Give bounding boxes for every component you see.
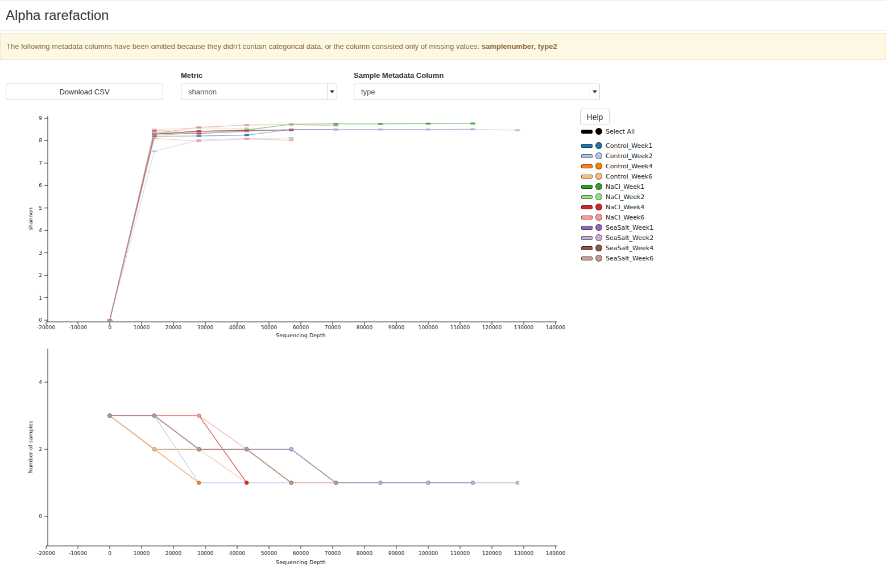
series-Control_Week1 [107, 129, 339, 321]
legend-circle-swatch [595, 224, 602, 231]
download-csv-button[interactable]: Download CSV [6, 84, 163, 100]
legend-item-Control_Week4[interactable]: Control_Week4 [581, 161, 653, 171]
legend-item-label: NaCl_Week2 [606, 193, 644, 201]
legend-item-label: SeaSalt_Week4 [606, 245, 653, 252]
legend-line-swatch [581, 154, 593, 158]
series-NaCl_Week6 [107, 138, 294, 321]
series-NaCl_Week1 [107, 122, 475, 321]
svg-text:2: 2 [39, 272, 42, 278]
legend-item-label: Control_Week4 [606, 163, 652, 170]
legend-item-label: NaCl_Week6 [606, 214, 644, 221]
legend-line-swatch [581, 185, 593, 189]
legend-item-label: NaCl_Week1 [606, 183, 644, 191]
svg-text:100000: 100000 [419, 550, 438, 556]
title-divider [0, 30, 886, 31]
alpha-diversity-chart: 0123456789-20000-10000010000200003000040… [0, 109, 574, 343]
legend-circle-swatch [595, 234, 602, 241]
sample-count-chart: 024-20000-100000100002000030000400005000… [0, 342, 574, 572]
legend-item-label: SeaSalt_Week6 [606, 255, 653, 262]
svg-text:0: 0 [108, 550, 111, 556]
legend-circle-swatch [595, 245, 602, 251]
svg-text:80000: 80000 [357, 325, 373, 330]
series-SeaSalt_Week6 [107, 123, 339, 321]
legend-item-label: Control_Week6 [606, 173, 652, 180]
svg-text:Sequencing Depth: Sequencing Depth [276, 559, 326, 565]
legend-item-label: NaCl_Week4 [606, 204, 644, 211]
legend-item-label: Control_Week2 [606, 152, 652, 160]
legend-circle-swatch [595, 193, 602, 200]
metric-select-value: shannon [181, 88, 327, 96]
svg-text:-20000: -20000 [37, 325, 55, 330]
legend-item-label: Select All [606, 128, 635, 135]
warning-banner: The following metadata columns have been… [0, 33, 886, 60]
legend-line-swatch [581, 226, 593, 230]
svg-text:60000: 60000 [293, 325, 309, 330]
legend-item-SeaSalt_Week6[interactable]: SeaSalt_Week6 [581, 253, 653, 263]
legend-line-swatch [581, 195, 593, 199]
svg-text:4: 4 [39, 379, 42, 385]
legend-item-NaCl_Week4[interactable]: NaCl_Week4 [581, 202, 653, 212]
series-Control_Week4 [107, 132, 202, 321]
metric-select[interactable]: shannon [181, 84, 337, 100]
help-button[interactable]: Help [580, 109, 610, 125]
svg-text:-10000: -10000 [69, 325, 87, 330]
series-NaCl_Week2 [107, 123, 294, 321]
svg-text:5: 5 [39, 205, 42, 211]
svg-text:70000: 70000 [325, 325, 341, 330]
svg-text:0: 0 [39, 317, 42, 323]
svg-text:110000: 110000 [450, 325, 470, 330]
legend-item-NaCl_Week6[interactable]: NaCl_Week6 [581, 212, 653, 222]
svg-text:2: 2 [39, 446, 42, 452]
series-SeaSalt_Week6 [108, 414, 338, 485]
svg-text:90000: 90000 [388, 550, 405, 556]
legend-circle-swatch [595, 173, 602, 180]
legend-line-swatch [581, 144, 593, 148]
legend-item-Control_Week6[interactable]: Control_Week6 [581, 171, 653, 181]
series-SeaSalt_Week4 [107, 129, 294, 321]
svg-text:shannon: shannon [27, 208, 34, 231]
svg-text:130000: 130000 [514, 325, 534, 330]
svg-text:3: 3 [39, 250, 42, 256]
svg-text:70000: 70000 [325, 550, 341, 556]
svg-text:Number of samples: Number of samples [27, 421, 34, 474]
svg-text:8: 8 [39, 138, 42, 143]
metadata-select-arrow-box [590, 84, 599, 100]
legend-item-SeaSalt_Week1[interactable]: SeaSalt_Week1 [581, 222, 653, 233]
page-title: Alpha rarefaction [6, 7, 109, 23]
metadata-column-select[interactable]: type [354, 84, 600, 100]
warning-text: The following metadata columns have been… [6, 42, 482, 51]
svg-text:120000: 120000 [482, 550, 502, 556]
svg-text:30000: 30000 [197, 550, 214, 556]
legend-item-Control_Week2[interactable]: Control_Week2 [581, 151, 653, 161]
series-Control_Week6 [107, 127, 250, 321]
series-legend: Select AllControl_Week1Control_Week2Cont… [581, 126, 653, 263]
legend-line-swatch [581, 205, 593, 209]
svg-text:80000: 80000 [357, 550, 373, 556]
legend-item-NaCl_Week2[interactable]: NaCl_Week2 [581, 192, 653, 202]
legend-circle-swatch [595, 128, 602, 135]
legend-item-SeaSalt_Week4[interactable]: SeaSalt_Week4 [581, 243, 653, 253]
svg-text:10000: 10000 [134, 550, 150, 556]
svg-text:1: 1 [39, 295, 42, 301]
legend-circle-swatch [595, 255, 602, 262]
legend-line-swatch [581, 256, 593, 260]
legend-item-Control_Week1[interactable]: Control_Week1 [581, 140, 653, 151]
legend-circle-swatch [595, 152, 602, 159]
legend-item-NaCl_Week1[interactable]: NaCl_Week1 [581, 181, 653, 192]
legend-circle-swatch [595, 214, 602, 221]
legend-circle-swatch [595, 183, 602, 190]
legend-line-swatch [581, 164, 593, 168]
svg-text:20000: 20000 [165, 550, 182, 556]
legend-item-select-all[interactable]: Select All [581, 126, 653, 136]
metadata-column-label: Sample Metadata Column [354, 71, 444, 80]
legend-line-swatch [581, 175, 593, 179]
svg-text:-10000: -10000 [69, 550, 87, 556]
legend-circle-swatch [595, 142, 602, 149]
plot-area: 024-20000-100000100002000030000400005000… [27, 349, 565, 565]
metadata-column-select-value: type [354, 88, 590, 96]
legend-item-label: Control_Week1 [606, 142, 652, 150]
svg-text:40000: 40000 [229, 325, 246, 330]
series-SeaSalt_Week2 [107, 129, 520, 321]
svg-text:7: 7 [39, 160, 42, 166]
legend-item-SeaSalt_Week2[interactable]: SeaSalt_Week2 [581, 233, 653, 243]
